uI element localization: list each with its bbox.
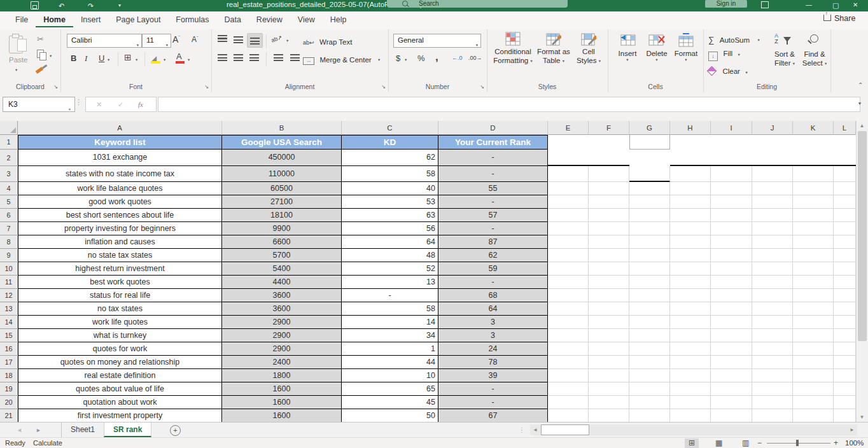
- cell[interactable]: work life balance quotes: [18, 182, 222, 195]
- cell[interactable]: [670, 235, 711, 249]
- row-header-9[interactable]: 9: [0, 249, 18, 262]
- column-header-K[interactable]: K: [793, 121, 834, 135]
- cell[interactable]: [752, 382, 793, 396]
- cell[interactable]: [629, 182, 670, 195]
- number-dialog-launcher[interactable]: ↘: [480, 84, 484, 90]
- cell[interactable]: 64: [342, 235, 438, 249]
- zoom-slider-thumb[interactable]: [796, 440, 799, 446]
- alignment-dialog-launcher[interactable]: ↘: [381, 84, 386, 90]
- cell[interactable]: [752, 235, 793, 249]
- cell[interactable]: [629, 369, 670, 382]
- cell[interactable]: [548, 182, 589, 195]
- close-button[interactable]: ✕: [853, 1, 858, 10]
- cell[interactable]: [793, 135, 834, 150]
- cell[interactable]: [752, 316, 793, 329]
- cell[interactable]: [548, 356, 589, 369]
- cut-icon[interactable]: ✂: [37, 34, 44, 44]
- cell[interactable]: [670, 396, 711, 409]
- cell[interactable]: [793, 302, 834, 316]
- cell[interactable]: [752, 135, 793, 150]
- delete-cells-button[interactable]: Delete ▾: [643, 33, 670, 62]
- row-header-6[interactable]: 6: [0, 209, 18, 222]
- tab-data[interactable]: Data: [216, 11, 248, 27]
- cell[interactable]: 27100: [222, 195, 342, 209]
- cell[interactable]: [548, 409, 589, 422]
- format-cells-button[interactable]: Format ▾: [673, 33, 699, 62]
- zoom-out-button[interactable]: −: [757, 438, 762, 447]
- new-sheet-button[interactable]: +: [170, 425, 181, 436]
- cell[interactable]: -: [438, 150, 548, 166]
- cell[interactable]: [834, 369, 856, 382]
- cell[interactable]: [629, 209, 670, 222]
- cell[interactable]: [670, 135, 711, 150]
- cell[interactable]: [793, 150, 834, 166]
- cell[interactable]: property investing for beginners: [18, 222, 222, 235]
- cell[interactable]: [834, 262, 856, 276]
- cell[interactable]: 9900: [222, 222, 342, 235]
- cell[interactable]: [752, 195, 793, 209]
- cell[interactable]: [629, 342, 670, 356]
- cell[interactable]: [589, 396, 629, 409]
- cell[interactable]: [793, 182, 834, 195]
- row-header-13[interactable]: 13: [0, 302, 18, 316]
- cell[interactable]: [629, 135, 670, 150]
- vertical-scroll-thumb[interactable]: [858, 131, 867, 341]
- cell[interactable]: [629, 166, 670, 182]
- cell[interactable]: 110000: [222, 166, 342, 182]
- cell[interactable]: [670, 150, 711, 166]
- cell[interactable]: 64: [438, 302, 548, 316]
- share-button[interactable]: Share: [823, 14, 855, 23]
- orientation-button[interactable]: ab↗: [270, 34, 283, 43]
- cell[interactable]: [548, 195, 589, 209]
- row-header-11[interactable]: 11: [0, 276, 18, 289]
- cell[interactable]: [793, 289, 834, 302]
- cell[interactable]: [629, 195, 670, 209]
- cell[interactable]: [589, 369, 629, 382]
- cell[interactable]: [589, 409, 629, 422]
- cell[interactable]: [793, 316, 834, 329]
- cell[interactable]: 6600: [222, 235, 342, 249]
- cell[interactable]: [834, 209, 856, 222]
- cell[interactable]: what is turnkey: [18, 329, 222, 342]
- cell[interactable]: [834, 289, 856, 302]
- cell[interactable]: 44: [342, 356, 438, 369]
- cell[interactable]: [793, 369, 834, 382]
- cell[interactable]: [670, 302, 711, 316]
- cell[interactable]: [793, 262, 834, 276]
- cell[interactable]: [670, 249, 711, 262]
- tab-review[interactable]: Review: [249, 11, 290, 27]
- name-box-dropdown-icon[interactable]: ▾: [69, 102, 71, 116]
- cell[interactable]: [711, 249, 752, 262]
- tab-file[interactable]: File: [8, 11, 36, 27]
- cell[interactable]: [548, 235, 589, 249]
- cell[interactable]: [670, 409, 711, 422]
- zoom-level[interactable]: 100%: [845, 439, 864, 447]
- cell[interactable]: [752, 356, 793, 369]
- cell[interactable]: [834, 342, 856, 356]
- cell[interactable]: good work quotes: [18, 195, 222, 209]
- scroll-left-icon[interactable]: ◄: [533, 427, 538, 433]
- cell[interactable]: 63: [342, 209, 438, 222]
- select-all-button[interactable]: [0, 121, 18, 135]
- sheet-tab-sheet1[interactable]: Sheet1: [62, 423, 104, 437]
- row-header-3[interactable]: 3: [0, 166, 18, 182]
- cell[interactable]: 60500: [222, 182, 342, 195]
- cell[interactable]: 62: [438, 249, 548, 262]
- autosum-button[interactable]: ∑ AutoSum ▾: [708, 34, 760, 45]
- cell[interactable]: [670, 222, 711, 235]
- cell[interactable]: no state tax states: [18, 249, 222, 262]
- table-header-cell[interactable]: Google USA Search: [222, 135, 342, 150]
- qat-customize-icon[interactable]: ▾: [118, 0, 121, 11]
- cell[interactable]: 39: [438, 369, 548, 382]
- cell[interactable]: first investment property: [18, 409, 222, 422]
- cell[interactable]: 450000: [222, 150, 342, 166]
- cell[interactable]: quotes about value of life: [18, 382, 222, 396]
- cell[interactable]: [548, 369, 589, 382]
- row-header-16[interactable]: 16: [0, 342, 18, 356]
- cell[interactable]: 58: [342, 302, 438, 316]
- cell[interactable]: [793, 249, 834, 262]
- cell[interactable]: [711, 262, 752, 276]
- cell[interactable]: [670, 289, 711, 302]
- cell[interactable]: [629, 316, 670, 329]
- cell[interactable]: 67: [438, 409, 548, 422]
